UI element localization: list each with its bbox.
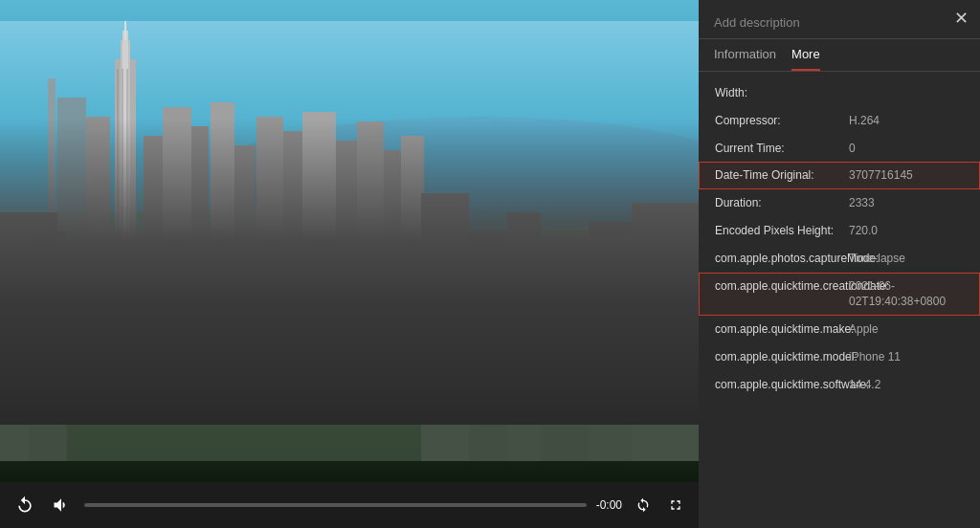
info-row-label: com.apple.quicktime.creationdate: bbox=[715, 278, 849, 295]
info-row-value: Apple bbox=[849, 321, 964, 338]
right-panel: ✕ Information More Width:Compressor:H.26… bbox=[699, 0, 980, 528]
info-row-value: 0 bbox=[849, 141, 964, 157]
info-row: com.apple.quicktime.software:14.4.2 bbox=[699, 371, 980, 399]
svg-point-1 bbox=[211, 117, 699, 231]
info-row-value: 2021-06-02T19:40:38+0800 bbox=[849, 278, 964, 311]
info-row-value: 720.0 bbox=[849, 223, 964, 239]
info-row: Duration:2333 bbox=[699, 189, 980, 217]
video-area bbox=[0, 0, 699, 482]
svg-rect-24 bbox=[126, 69, 128, 308]
svg-rect-25 bbox=[0, 212, 57, 461]
info-content: Width:Compressor:H.264Current Time:0Date… bbox=[699, 72, 980, 528]
svg-rect-32 bbox=[632, 203, 699, 461]
description-input[interactable] bbox=[714, 15, 965, 30]
loop-button[interactable] bbox=[632, 494, 655, 517]
info-row: Width: bbox=[699, 79, 980, 107]
info-row-label: Encoded Pixels Height: bbox=[715, 223, 849, 239]
svg-rect-19 bbox=[357, 121, 384, 308]
info-row: com.apple.quicktime.model:iPhone 11 bbox=[699, 343, 980, 371]
loop-icon bbox=[635, 497, 651, 513]
svg-point-34 bbox=[67, 337, 124, 394]
info-row-label: com.apple.quicktime.software: bbox=[715, 377, 849, 393]
svg-point-38 bbox=[601, 349, 643, 391]
svg-rect-4 bbox=[48, 78, 56, 308]
svg-rect-11 bbox=[163, 107, 191, 308]
info-row-label: Date-Time Original: bbox=[715, 167, 849, 184]
svg-rect-10 bbox=[144, 136, 163, 308]
info-row: com.apple.quicktime.make:Apple bbox=[699, 316, 980, 343]
info-row-value: H.264 bbox=[849, 113, 964, 129]
info-row: com.apple.quicktime.creationdate:2021-06… bbox=[699, 273, 980, 317]
svg-point-36 bbox=[220, 356, 258, 394]
info-row: Current Time:0 bbox=[699, 135, 980, 163]
svg-point-37 bbox=[528, 339, 582, 392]
video-content bbox=[0, 0, 699, 482]
info-row-label: com.apple.quicktime.make: bbox=[715, 321, 849, 338]
svg-rect-14 bbox=[234, 145, 256, 308]
svg-rect-22 bbox=[117, 69, 119, 308]
info-row-label: com.apple.quicktime.model: bbox=[715, 349, 849, 365]
svg-point-39 bbox=[641, 332, 699, 389]
svg-point-35 bbox=[148, 337, 196, 385]
time-display: -0:00 bbox=[596, 498, 622, 512]
info-row-value: 3707716145 bbox=[849, 167, 964, 184]
svg-rect-20 bbox=[384, 150, 401, 308]
main-container: -0:00 ✕ Information More Width:Compresso… bbox=[0, 0, 980, 528]
svg-rect-9 bbox=[86, 117, 110, 308]
info-row-label: com.apple.photos.captureMode: bbox=[715, 251, 849, 267]
description-area bbox=[699, 0, 980, 39]
replay-button[interactable] bbox=[11, 492, 38, 518]
svg-rect-21 bbox=[401, 136, 424, 308]
svg-rect-23 bbox=[122, 69, 123, 308]
info-row-value: 14.4.2 bbox=[849, 377, 964, 393]
info-row-label: Duration: bbox=[715, 195, 849, 211]
tab-information[interactable]: Information bbox=[714, 47, 776, 71]
replay-icon bbox=[15, 495, 34, 515]
info-row-value: iPhone 11 bbox=[849, 349, 964, 365]
info-row: com.apple.photos.captureMode:Time-lapse bbox=[699, 245, 980, 273]
info-row: Encoded Pixels Height:720.0 bbox=[699, 217, 980, 245]
svg-rect-27 bbox=[421, 193, 469, 461]
close-button[interactable]: ✕ bbox=[954, 10, 969, 27]
svg-rect-12 bbox=[191, 126, 209, 308]
fullscreen-button[interactable] bbox=[664, 494, 687, 517]
svg-rect-8 bbox=[124, 21, 126, 40]
video-panel: -0:00 bbox=[0, 0, 699, 528]
svg-rect-3 bbox=[57, 98, 86, 308]
fullscreen-icon bbox=[668, 497, 683, 513]
svg-rect-29 bbox=[507, 212, 541, 461]
svg-rect-13 bbox=[211, 102, 234, 308]
info-row-label: Width: bbox=[715, 85, 849, 101]
svg-rect-18 bbox=[336, 141, 357, 308]
tab-more[interactable]: More bbox=[791, 47, 820, 71]
volume-button[interactable] bbox=[48, 492, 75, 518]
svg-rect-16 bbox=[283, 131, 302, 308]
progress-bar[interactable] bbox=[84, 503, 587, 507]
info-row-label: Current Time: bbox=[715, 141, 849, 157]
info-row-value: Time-lapse bbox=[849, 251, 964, 267]
info-row-label: Compressor: bbox=[715, 113, 849, 129]
info-row: Compressor:H.264 bbox=[699, 107, 980, 135]
svg-rect-17 bbox=[302, 112, 336, 308]
tabs-container: Information More bbox=[699, 39, 980, 72]
info-row-value: 2333 bbox=[849, 195, 964, 211]
controls-bar: -0:00 bbox=[0, 482, 699, 528]
volume-icon bbox=[52, 495, 71, 515]
svg-rect-15 bbox=[256, 117, 283, 308]
info-row: Date-Time Original:3707716145 bbox=[699, 162, 980, 189]
svg-rect-33 bbox=[0, 365, 699, 461]
